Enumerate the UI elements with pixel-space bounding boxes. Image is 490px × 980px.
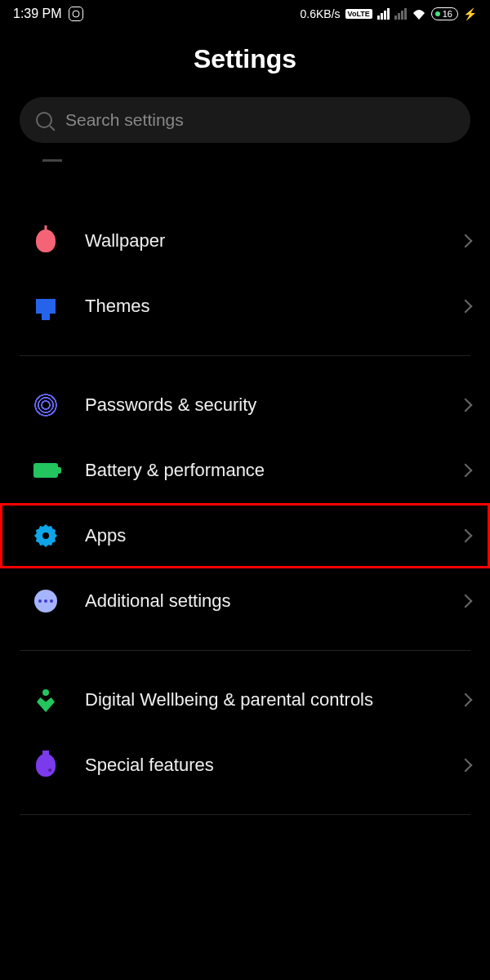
partial-prev-item xyxy=(20,159,470,184)
chevron-right-icon xyxy=(459,693,473,707)
signal-icon-sim2 xyxy=(394,8,407,20)
settings-item-label: Digital Wellbeing & parental controls xyxy=(85,688,434,712)
settings-item-wallpaper[interactable]: Wallpaper xyxy=(0,208,490,274)
settings-item-apps[interactable]: Apps xyxy=(0,503,490,568)
more-icon xyxy=(33,588,59,614)
settings-item-battery[interactable]: Battery & performance xyxy=(0,438,490,503)
battery-indicator: 16 xyxy=(431,7,458,20)
chevron-right-icon xyxy=(459,464,473,478)
settings-item-label: Themes xyxy=(85,295,434,318)
battery-icon xyxy=(33,457,59,483)
settings-list: Wallpaper Themes Passwords & security Ba… xyxy=(0,200,490,815)
chevron-right-icon xyxy=(459,300,473,314)
search-input[interactable] xyxy=(65,110,454,130)
settings-item-label: Additional settings xyxy=(85,590,434,613)
settings-item-themes[interactable]: Themes xyxy=(0,274,490,339)
status-bar: 1:39 PM 0.6KB/s VoLTE 16 ⚡ xyxy=(0,0,490,28)
settings-item-passwords[interactable]: Passwords & security xyxy=(0,372,490,438)
settings-item-label: Apps xyxy=(85,524,434,548)
divider xyxy=(20,814,470,815)
wellbeing-icon xyxy=(33,687,59,713)
chevron-right-icon xyxy=(459,399,473,412)
settings-item-additional[interactable]: Additional settings xyxy=(0,568,490,634)
chevron-right-icon xyxy=(459,234,473,248)
themes-icon xyxy=(33,293,59,319)
settings-item-label: Battery & performance xyxy=(85,459,434,483)
status-time: 1:39 PM xyxy=(13,7,62,21)
wallpaper-icon xyxy=(33,228,59,254)
gear-icon xyxy=(33,523,59,549)
signal-icon xyxy=(377,8,390,20)
chevron-right-icon xyxy=(459,595,473,608)
flask-icon xyxy=(33,752,59,778)
search-icon xyxy=(36,112,52,128)
wifi-icon xyxy=(412,8,426,20)
settings-item-label: Wallpaper xyxy=(85,229,434,253)
settings-item-wellbeing[interactable]: Digital Wellbeing & parental controls xyxy=(0,667,490,733)
chevron-right-icon xyxy=(459,759,473,773)
volte-badge: VoLTE xyxy=(345,9,372,19)
search-bar[interactable] xyxy=(20,97,470,143)
page-title: Settings xyxy=(0,44,490,74)
fingerprint-icon xyxy=(33,392,59,418)
instagram-notification-icon xyxy=(69,7,83,21)
settings-item-label: Special features xyxy=(85,754,434,777)
settings-item-label: Passwords & security xyxy=(85,394,434,417)
settings-item-special[interactable]: Special features xyxy=(0,733,490,798)
data-speed: 0.6KB/s xyxy=(301,7,341,20)
chevron-right-icon xyxy=(459,529,473,543)
charging-icon: ⚡ xyxy=(463,7,477,20)
